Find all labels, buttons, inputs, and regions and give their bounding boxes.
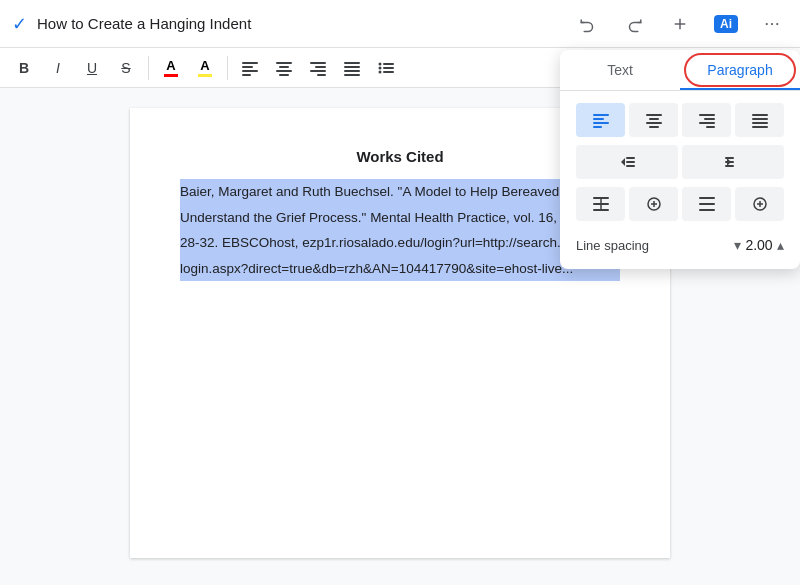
svg-point-2 [766,22,768,24]
svg-marker-43 [621,158,625,166]
svg-rect-19 [344,70,360,72]
svg-rect-53 [593,209,609,211]
svg-point-3 [771,22,773,24]
svg-rect-6 [242,66,253,68]
align-left-button[interactable] [234,52,266,84]
document-area: Works Cited Baier, Margaret and Ruth Bue… [0,88,800,578]
svg-rect-14 [315,66,326,68]
svg-rect-24 [383,67,394,69]
svg-rect-38 [706,126,715,128]
svg-rect-59 [699,197,715,199]
svg-rect-9 [276,62,292,64]
justify-button[interactable] [336,52,368,84]
svg-rect-22 [383,63,394,65]
add-button[interactable] [664,8,696,40]
svg-rect-31 [646,114,662,116]
svg-rect-60 [699,203,715,205]
spacing-row [576,187,784,221]
indent-row [576,145,784,179]
document-title: How to Create a Hanging Indent [37,15,572,32]
panel-para-spacing-before[interactable] [629,187,678,221]
underline-button[interactable]: U [76,52,108,84]
panel-para-spacing-after[interactable] [735,187,784,221]
svg-rect-48 [725,157,734,159]
svg-rect-33 [646,122,662,124]
list-button[interactable] [370,52,402,84]
svg-rect-46 [626,165,635,167]
panel-align-left[interactable] [576,103,625,137]
panel-align-section [560,91,800,221]
panel-indent-increase[interactable] [682,145,784,179]
alignment-row [576,103,784,137]
svg-rect-13 [310,62,326,64]
svg-rect-20 [344,74,360,76]
svg-rect-44 [626,157,635,159]
line-spacing-down-chevron[interactable]: ▾ [734,237,741,253]
svg-rect-12 [279,74,289,76]
svg-rect-26 [383,71,394,73]
strikethrough-button[interactable]: S [110,52,142,84]
selected-text-line4[interactable]: login.aspx?direct=true&db=rzh&AN=1044177… [180,256,620,282]
svg-rect-45 [626,161,635,163]
svg-rect-10 [279,66,289,68]
selected-text-line2[interactable]: Understand the Grief Process." Mental He… [180,205,620,231]
svg-rect-35 [699,114,715,116]
panel-spacing-list[interactable] [576,187,625,221]
svg-rect-50 [725,165,734,167]
highlight-color-indicator [198,74,212,77]
line-spacing-value: 2.00 [745,237,773,253]
checkmark-icon: ✓ [12,13,27,35]
page-heading: Works Cited [180,148,620,165]
svg-rect-28 [593,118,604,120]
svg-point-4 [776,22,778,24]
svg-rect-27 [593,114,609,116]
panel-tabs: Text Paragraph [560,50,800,91]
tab-paragraph[interactable]: Paragraph [680,50,800,90]
line-spacing-row: Line spacing ▾ 2.00 ▴ [560,229,800,253]
redo-button[interactable] [618,8,650,40]
panel-spacing-list2[interactable] [682,187,731,221]
panel-align-justify[interactable] [735,103,784,137]
line-spacing-up-chevron[interactable]: ▴ [777,237,784,253]
bold-button[interactable]: B [8,52,40,84]
svg-rect-30 [593,126,602,128]
font-color-indicator [164,74,178,77]
svg-rect-29 [593,122,609,124]
align-center-button[interactable] [268,52,300,84]
undo-button[interactable] [572,8,604,40]
panel-align-right[interactable] [682,103,731,137]
svg-point-25 [379,70,382,73]
svg-rect-41 [752,122,768,124]
svg-point-23 [379,66,382,69]
panel-align-center[interactable] [629,103,678,137]
svg-rect-17 [344,62,360,64]
paragraph-panel: Text Paragraph [560,50,800,269]
selected-text-line3[interactable]: 28-32. EBSCOhost, ezp1r.riosalado.edu/lo… [180,230,620,256]
font-color-button[interactable]: A [155,52,187,84]
svg-rect-52 [593,203,609,205]
svg-rect-42 [752,126,768,128]
svg-rect-39 [752,114,768,116]
ai-label: Ai [714,15,738,33]
highlight-color-button[interactable]: A [189,52,221,84]
italic-button[interactable]: I [42,52,74,84]
selected-text-line1[interactable]: Baier, Margaret and Ruth Buechsel. "A Mo… [180,179,620,205]
toolbar-separator-2 [227,56,228,80]
toolbar-separator-1 [148,56,149,80]
tab-paragraph-wrapper: Paragraph [680,50,800,90]
tab-text[interactable]: Text [560,50,680,90]
svg-rect-34 [649,126,659,128]
svg-rect-61 [699,209,715,211]
svg-rect-8 [242,74,251,76]
more-button[interactable] [756,8,788,40]
svg-rect-18 [344,66,360,68]
align-right-button[interactable] [302,52,334,84]
svg-rect-11 [276,70,292,72]
svg-rect-51 [593,197,609,199]
ai-button[interactable]: Ai [710,8,742,40]
svg-rect-49 [725,161,734,163]
svg-rect-15 [310,70,326,72]
svg-rect-16 [317,74,326,76]
top-bar: ✓ How to Create a Hanging Indent Ai [0,0,800,48]
panel-indent-decrease[interactable] [576,145,678,179]
